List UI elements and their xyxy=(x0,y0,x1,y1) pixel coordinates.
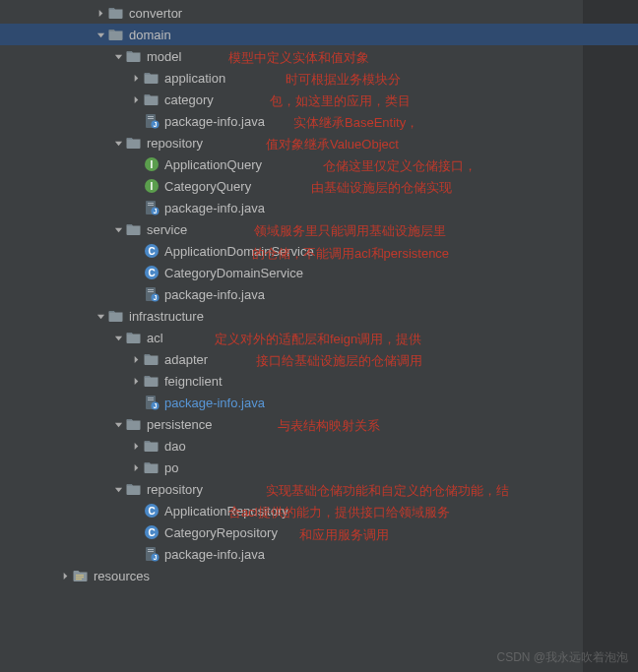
tree-item-label: persistence xyxy=(147,417,212,432)
annotation-text: 包，如这里的应用，类目 xyxy=(270,92,411,110)
tree-row[interactable]: Jpackage-info.java xyxy=(0,197,638,218)
class-icon: C xyxy=(144,524,160,540)
annotation-text: 合acl提供的能力，提供接口给领域服务 xyxy=(228,504,450,521)
arrow-spacer xyxy=(128,200,144,215)
chevron-down-icon[interactable] xyxy=(93,308,108,324)
svg-text:C: C xyxy=(148,527,155,538)
annotation-text: 与表结构映射关系 xyxy=(278,417,380,435)
tree-item-label: domain xyxy=(129,28,171,42)
arrow-spacer xyxy=(128,243,144,259)
folder-icon xyxy=(144,92,160,107)
annotation-text: 实体继承BaseEntity， xyxy=(293,114,418,132)
tree-row[interactable]: domain xyxy=(0,24,638,45)
folder-icon xyxy=(108,308,124,324)
chevron-down-icon[interactable] xyxy=(110,481,126,497)
arrow-spacer xyxy=(128,178,144,194)
interface-icon: I xyxy=(144,178,160,194)
tree-item-label: CategoryQuery xyxy=(164,179,251,194)
tree-item-label: package-info.java xyxy=(164,287,265,302)
tree-item-label: CategoryDomainService xyxy=(164,266,303,280)
chevron-right-icon[interactable] xyxy=(128,70,144,86)
chevron-down-icon[interactable] xyxy=(110,221,126,237)
chevron-down-icon[interactable] xyxy=(110,416,126,432)
chevron-down-icon[interactable] xyxy=(110,135,126,151)
tree-item-label: package-info.java xyxy=(164,396,265,410)
tree-item-label: CategoryRepository xyxy=(164,525,278,540)
folder-icon xyxy=(108,27,124,42)
tree-item-label: dao xyxy=(164,439,186,454)
chevron-down-icon[interactable] xyxy=(110,48,126,64)
tree-row[interactable]: resources xyxy=(0,565,638,586)
tree-row[interactable]: Jpackage-info.java xyxy=(0,392,638,413)
resources-icon xyxy=(73,568,89,583)
folder-icon xyxy=(126,135,142,151)
tree-row[interactable]: IApplicationQuery xyxy=(0,153,638,175)
class-icon: C xyxy=(144,265,160,280)
svg-text:J: J xyxy=(154,402,158,409)
watermark: CSDN @我永远吹着泡泡 xyxy=(496,649,628,666)
arrow-spacer xyxy=(128,286,144,302)
javafile-icon: J xyxy=(144,286,160,302)
svg-rect-37 xyxy=(76,575,84,576)
tree-item-label: repository xyxy=(147,482,203,497)
tree-row[interactable]: feignclient xyxy=(0,370,638,392)
tree-row[interactable]: convertor xyxy=(0,2,638,24)
svg-rect-19 xyxy=(148,289,154,290)
tree-row[interactable]: infrastructure xyxy=(0,305,638,327)
annotation-text: 的仓储，不能调用acl和persistence xyxy=(252,245,449,263)
annotation-text: 实现基础仓储功能和自定义的仓储功能，结 xyxy=(266,482,509,500)
chevron-right-icon[interactable] xyxy=(128,351,144,367)
folder-icon xyxy=(108,5,124,21)
javafile-icon: J xyxy=(144,546,160,562)
arrow-spacer xyxy=(128,524,144,540)
annotation-text: 时可根据业务模块分 xyxy=(286,71,401,89)
chevron-right-icon[interactable] xyxy=(128,459,144,475)
annotation-text: 领域服务里只能调用基础设施层里 xyxy=(254,222,446,240)
tree-item-label: repository xyxy=(147,136,203,151)
svg-text:J: J xyxy=(154,208,158,214)
tree-item-label: convertor xyxy=(129,6,182,21)
tree-item-label: application xyxy=(164,71,225,86)
folder-icon xyxy=(144,438,160,454)
arrow-spacer xyxy=(128,503,144,519)
interface-icon: I xyxy=(144,156,160,172)
javafile-icon: J xyxy=(144,113,160,129)
folder-icon xyxy=(144,459,160,475)
tree-item-label: adapter xyxy=(164,352,208,367)
chevron-down-icon[interactable] xyxy=(93,27,108,42)
svg-rect-1 xyxy=(148,116,154,117)
svg-rect-39 xyxy=(76,579,82,580)
tree-item-label: ApplicationQuery xyxy=(164,157,262,172)
tree-item-label: package-info.java xyxy=(164,547,265,562)
svg-text:I: I xyxy=(151,159,154,170)
chevron-right-icon[interactable] xyxy=(128,438,144,454)
svg-rect-10 xyxy=(148,203,154,204)
annotation-text: 模型中定义实体和值对象 xyxy=(228,49,369,67)
tree-row[interactable]: Jpackage-info.java xyxy=(0,283,638,305)
svg-rect-11 xyxy=(148,205,154,206)
folder-icon xyxy=(144,373,160,389)
chevron-right-icon[interactable] xyxy=(128,92,144,107)
chevron-down-icon[interactable] xyxy=(110,330,126,345)
annotation-text: 和应用服务调用 xyxy=(299,526,389,544)
svg-rect-33 xyxy=(148,549,154,550)
tree-row[interactable]: CCategoryDomainService xyxy=(0,262,638,283)
tree-row[interactable]: po xyxy=(0,457,638,478)
tree-row[interactable]: Jpackage-info.java xyxy=(0,543,638,565)
tree-item-label: po xyxy=(164,460,178,475)
tree-item-label: package-info.java xyxy=(164,114,265,129)
arrow-spacer xyxy=(128,265,144,280)
javafile-icon: J xyxy=(144,395,160,410)
chevron-right-icon[interactable] xyxy=(128,373,144,389)
chevron-right-icon[interactable] xyxy=(93,5,108,21)
tree-row[interactable]: dao xyxy=(0,435,638,457)
tree-item-label: package-info.java xyxy=(164,201,265,215)
folder-icon xyxy=(126,221,142,237)
svg-rect-24 xyxy=(148,397,154,398)
chevron-right-icon[interactable] xyxy=(57,568,73,583)
svg-text:J: J xyxy=(154,554,158,561)
annotation-text: 接口给基础设施层的仓储调用 xyxy=(256,352,422,370)
tree-item-label: feignclient xyxy=(164,374,223,389)
svg-text:C: C xyxy=(148,268,155,278)
tree-item-label: acl xyxy=(147,331,163,345)
